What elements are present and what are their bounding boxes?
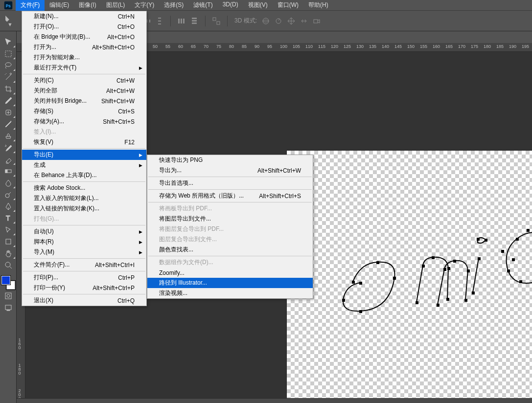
3d-orbit-icon[interactable] — [260, 15, 272, 27]
menu-选择[interactable]: 选择(S) — [159, 0, 188, 11]
menu-item-illustrator[interactable]: 路径到 Illustrator... — [147, 278, 313, 288]
menu-item-e[interactable]: 导出(E)▶ — [22, 150, 146, 160]
dist-space-h-icon[interactable] — [176, 15, 187, 27]
submenu-arrow-icon: ▶ — [139, 163, 142, 168]
menu-shortcut: Alt+Shift+Ctrl+P — [93, 285, 135, 291]
history-brush-tool[interactable] — [1, 142, 16, 154]
menu-item-[interactable]: 打开为智能对象... — [22, 52, 146, 63]
zoom-tool[interactable] — [1, 259, 16, 271]
menu-item-png[interactable]: 快速导出为 PNG — [147, 155, 313, 165]
dist-v-icon[interactable] — [154, 15, 165, 27]
shape-tool[interactable] — [1, 236, 16, 247]
menu-item-f[interactable]: 文件简介(F)...Alt+Shift+Ctrl+I — [22, 260, 146, 270]
menu-shortcut: Ctrl+O — [117, 23, 135, 30]
menu-item-l[interactable]: 置入嵌入的智能对象(L)... — [22, 193, 146, 203]
lasso-tool[interactable] — [1, 60, 16, 71]
svg-rect-63 — [443, 268, 446, 271]
menu-item-c[interactable]: 关闭(C)Ctrl+W — [22, 75, 146, 86]
quickmask-toggle[interactable] — [1, 291, 16, 301]
menu-滤镜[interactable]: 滤镜(T) — [188, 0, 217, 11]
menu-图像[interactable]: 图像(I) — [74, 0, 101, 11]
svg-rect-83 — [512, 258, 515, 261]
menu-item-y[interactable]: 打印一份(Y)Alt+Shift+Ctrl+P — [22, 283, 146, 293]
pen-tool[interactable] — [1, 201, 16, 212]
svg-rect-31 — [192, 22, 197, 24]
menu-item-r[interactable]: 脚本(R)▶ — [22, 237, 146, 247]
menu-文件[interactable]: 文件(F) — [16, 0, 45, 11]
menu-item-s[interactable]: 存储(S)Ctrl+S — [22, 106, 146, 116]
screenmode-toggle[interactable] — [1, 302, 16, 313]
dodge-tool[interactable] — [1, 189, 16, 201]
3d-pan-icon[interactable] — [285, 15, 297, 27]
svg-rect-50 — [7, 310, 10, 311]
menu-item-t[interactable]: 最近打开文件(T)▶ — [22, 63, 146, 73]
ruler-tick: 125 — [344, 44, 351, 49]
type-tool[interactable]: T — [1, 212, 16, 224]
auto-align-icon[interactable] — [210, 15, 222, 27]
eraser-tool[interactable] — [1, 154, 16, 165]
svg-rect-22 — [149, 20, 150, 22]
menu-item-v[interactable]: 恢复(V)F12 — [22, 137, 146, 147]
menu-item-[interactable]: 导出首选项... — [147, 178, 313, 188]
menu-item-n[interactable]: 新建(N)...Ctrl+N — [22, 11, 146, 22]
menu-item-label: 数据组作为文件(D)... — [159, 258, 213, 267]
menu-item-label: 打开为... — [34, 43, 56, 51]
path-select-tool[interactable] — [1, 224, 16, 236]
healing-brush-tool[interactable] — [1, 107, 16, 118]
menu-item-p[interactable]: 打印(P)...Ctrl+P — [22, 272, 146, 283]
menu-item-[interactable]: 打开为...Alt+Shift+Ctrl+O — [22, 42, 146, 52]
gradient-tool[interactable] — [1, 165, 16, 177]
menu-帮助[interactable]: 帮助(H) — [303, 0, 333, 11]
3d-slide-icon[interactable] — [298, 15, 310, 27]
menu-item-k[interactable]: 置入链接的智能对象(K)... — [22, 203, 146, 214]
document-canvas[interactable] — [287, 151, 532, 403]
menu-3d[interactable]: 3D(D) — [218, 0, 243, 11]
svg-point-34 — [263, 18, 269, 24]
menu-编辑[interactable]: 编辑(E) — [45, 0, 74, 11]
3d-roll-icon[interactable] — [273, 15, 284, 27]
blur-tool[interactable] — [1, 177, 16, 189]
3d-camera-icon[interactable] — [311, 15, 323, 27]
menu-item-[interactable]: 渲染视频... — [147, 288, 313, 298]
menu-item-o[interactable]: 打开(O)...Ctrl+O — [22, 22, 146, 32]
menu-item-: 图层复合导出到文件... — [147, 234, 313, 245]
menu-item-bridgeb[interactable]: 在 Bridge 中浏览(B)...Alt+Ctrl+O — [22, 32, 146, 42]
menu-item-web[interactable]: 存储为 Web 所用格式（旧版）...Alt+Shift+Ctrl+S — [147, 191, 313, 201]
menu-item-[interactable]: 关闭全部Alt+Ctrl+W — [22, 86, 146, 96]
crop-tool[interactable] — [1, 83, 16, 95]
menu-shortcut: Alt+Shift+Ctrl+I — [95, 262, 135, 269]
ruler-tick: 170 — [458, 44, 465, 49]
menu-item-label: 关闭全部 — [34, 87, 57, 95]
menu-item-[interactable]: 导出为...Alt+Shift+Ctrl+W — [147, 165, 313, 176]
menu-item-[interactable]: 颜色查找表... — [147, 245, 313, 255]
foreground-color-swatch[interactable] — [1, 276, 10, 285]
menu-item-bridge[interactable]: 关闭并转到 Bridge...Shift+Ctrl+W — [22, 96, 146, 106]
menu-item-[interactable]: 将图层导出到文件... — [147, 214, 313, 224]
dist-space-v-icon[interactable] — [188, 15, 200, 27]
menu-item-u[interactable]: 自动(U)▶ — [22, 226, 146, 237]
menu-item-[interactable]: 生成▶ — [22, 160, 146, 170]
menu-item-x[interactable]: 退出(X)Ctrl+Q — [22, 295, 146, 306]
color-swatch[interactable] — [1, 276, 15, 290]
menu-item-m[interactable]: 导入(M)▶ — [22, 247, 146, 257]
clone-stamp-tool[interactable] — [1, 130, 16, 142]
magic-wand-tool[interactable] — [1, 71, 16, 83]
menu-item-behanced[interactable]: 在 Behance 上共享(D)... — [22, 170, 146, 180]
hand-tool[interactable] — [1, 247, 16, 259]
tool-preset-icon[interactable] — [4, 15, 18, 27]
eyedropper-tool[interactable] — [1, 95, 16, 107]
brush-tool[interactable] — [1, 118, 16, 130]
ruler-tick: 155 — [420, 44, 427, 49]
svg-rect-67 — [477, 238, 480, 241]
menu-图层[interactable]: 图层(L) — [101, 0, 130, 11]
ruler-tick: 75 — [216, 44, 221, 49]
menu-窗口[interactable]: 窗口(W) — [273, 0, 303, 11]
menu-item-zoomify[interactable]: Zoomify... — [147, 268, 313, 278]
move-tool[interactable] — [1, 36, 16, 48]
marquee-tool[interactable] — [1, 48, 16, 60]
menu-item-adobestock[interactable]: 搜索 Adobe Stock... — [22, 183, 146, 193]
menu-item-a[interactable]: 存储为(A)...Shift+Ctrl+S — [22, 116, 146, 127]
svg-point-43 — [5, 194, 9, 198]
menu-视图[interactable]: 视图(V) — [243, 0, 273, 11]
menu-文字[interactable]: 文字(Y) — [130, 0, 159, 11]
